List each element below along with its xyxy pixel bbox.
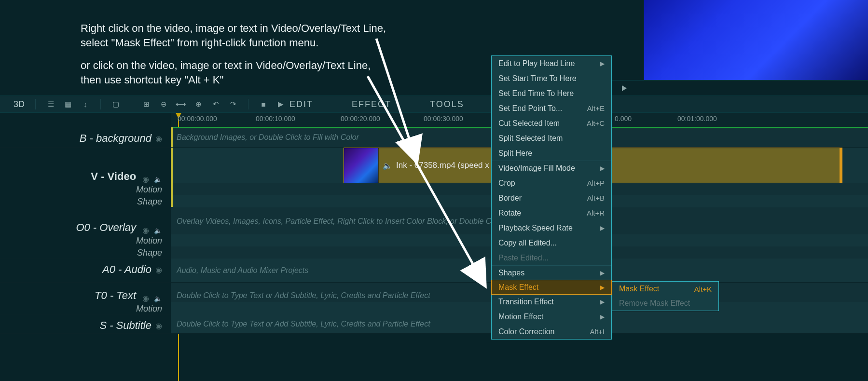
speaker-icon: 🔈 [383,161,392,170]
zoom-out-icon[interactable]: ⊖ [159,100,168,109]
chevron-right-icon: ▶ [600,313,605,320]
menu-item-split-selected-item[interactable]: Split Selected Item [492,131,611,146]
separator [131,99,131,109]
menu-item-motion-effect[interactable]: Motion Effect▶ [492,309,611,324]
menu-item-set-end-point-to-[interactable]: Set End Point To...Alt+E [492,101,611,116]
instruction-line3: or click on the video, image or text in … [81,59,371,71]
clip-thumbnail [344,148,379,183]
play-icon[interactable]: ▶ [276,100,285,109]
track-sub-motion: Motion [136,304,162,314]
menu-item-border[interactable]: BorderAlt+B [492,190,611,205]
track-subtitle[interactable]: S - Subtitle ◉ Double Click to Type Text… [0,314,868,334]
ruler-tick: 00:00:30.000 [424,115,463,122]
track-label-overlay: O0 - Overlay [76,221,136,233]
track-label-subtitle: S - Subtitle [99,319,152,332]
separator [35,99,36,109]
undo-icon[interactable]: ↶ [211,100,220,109]
track-background[interactable]: B - background ◉ Background Images, or D… [0,127,868,148]
chevron-right-icon: ▶ [600,299,605,305]
menu-item-transition-effect[interactable]: Transition Effect▶ [492,294,611,309]
menu-item-mask-effect[interactable]: Mask Effect▶ [491,280,612,295]
speaker-icon[interactable]: 🔈 [154,295,162,302]
track-sub-motion: Motion [136,185,162,195]
eye-icon[interactable]: ◉ [142,175,149,183]
ruler-tick: 00:00:10.000 [256,115,295,122]
menu-item-rotate[interactable]: RotateAlt+R [492,205,611,220]
eye-icon[interactable]: ◉ [142,294,149,302]
menu-item-set-start-time-to-here[interactable]: Set Start Time To Here [492,71,611,86]
clip-resize-handle[interactable] [840,148,842,183]
track-label-text: T0 - Text [95,289,136,301]
redo-icon[interactable]: ↷ [229,100,237,109]
menu-item-cut-selected-item[interactable]: Cut Selected ItemAlt+C [492,116,611,131]
zoom-in-icon[interactable]: ⊕ [194,100,203,109]
chevron-right-icon: ▶ [600,60,605,67]
menu-item-shapes[interactable]: Shapes▶ [492,265,611,280]
track-video[interactable]: V - Video ◉ 🔈 Motion Shape 🔈 Ink - 67358… [0,148,868,207]
chevron-right-icon: ▶ [600,225,605,231]
tab-tools[interactable]: TOOLS [430,99,464,109]
menu-item-split-here[interactable]: Split Here [492,146,611,161]
instruction-line4: then use shortcut key "Alt + K" [81,74,223,86]
preview-play-icon[interactable] [622,85,627,91]
menu-item-edit-to-play-head-line[interactable]: Edit to Play Head Line▶ [492,56,611,71]
tab-effect[interactable]: EFFECT [352,99,391,109]
ruler-tick: 00:01:00.000 [677,115,717,122]
chevron-right-icon: ▶ [600,165,605,172]
video-preview [644,0,868,80]
grid-icon[interactable]: ▦ [64,100,72,109]
menu-item-playback-speed-rate[interactable]: Playback Speed Rate▶ [492,220,611,235]
chevron-right-icon: ▶ [600,270,605,276]
menu-item-set-end-time-to-here[interactable]: Set End Time To Here [492,86,611,101]
track-overlay[interactable]: O0 - Overlay ◉ 🔈 Motion Shape Overlay Vi… [0,207,868,259]
instruction-line1: Right click on the video, image or text … [81,22,386,34]
submenu-item-remove-mask-effect: Remove Mask Effect [612,296,718,311]
3d-button[interactable]: 3D [14,99,25,109]
frame-icon[interactable]: ▢ [111,100,120,109]
menu-item-color-correction[interactable]: Color CorrectionAlt+I [492,324,611,339]
instruction-line2: select "Mask Effect" from right-click fu… [81,37,318,49]
snap-icon[interactable]: ⊞ [142,100,151,109]
track-text[interactable]: T0 - Text ◉ 🔈 Motion Double Click to Typ… [0,283,868,314]
track-audio[interactable]: A0 - Audio ◉ Audio, Music and Audio Mixe… [0,259,868,283]
align-left-icon[interactable]: ☰ [46,100,55,109]
eye-icon[interactable]: ◉ [155,265,162,274]
track-sub-motion: Motion [136,236,162,246]
timeline-tracks: B - background ◉ Background Images, or D… [0,127,868,381]
stop-icon[interactable]: ■ [259,100,268,109]
submenu-mask-effect[interactable]: Mask EffectAlt+KRemove Mask Effect [612,281,719,311]
eye-icon[interactable]: ◉ [155,134,162,143]
instruction-text: Right click on the video, image or text … [81,21,418,96]
track-sub-shape: Shape [137,197,162,207]
ruler-tick: 00:00:20.000 [341,115,380,122]
track-sub-shape: Shape [137,248,162,258]
track-label-background: B - background [80,132,152,145]
speaker-icon[interactable]: 🔈 [154,176,162,183]
fit-icon[interactable]: ⟷ [177,100,185,109]
submenu-item-mask-effect[interactable]: Mask EffectAlt+K [612,282,718,296]
eye-icon[interactable]: ◉ [155,321,162,330]
menu-item-crop[interactable]: CropAlt+P [492,176,611,190]
separator [100,99,101,109]
eye-icon[interactable]: ◉ [142,226,149,234]
timeline-toolbar: 3D ☰ ▦ ↕ ▢ ⊞ ⊖ ⟷ ⊕ ↶ ↷ ■ ▶ EDIT EFFECT T… [0,95,868,113]
chevron-right-icon: ▶ [600,284,605,291]
separator [248,99,248,109]
ruler-tick: 0.000 [615,115,632,122]
menu-item-copy-all-edited-[interactable]: Copy all Edited... [492,235,611,250]
speaker-icon[interactable]: 🔈 [154,227,162,234]
context-menu[interactable]: Edit to Play Head Line▶Set Start Time To… [491,55,612,340]
expand-vert-icon[interactable]: ↕ [81,100,90,109]
tab-edit[interactable]: EDIT [289,99,313,109]
menu-item-video-image-fill-mode[interactable]: Video/Image Fill Mode▶ [492,161,611,176]
menu-item-paste-edited-: Paste Edited... [492,250,611,265]
track-label-audio: A0 - Audio [102,263,152,276]
preview-controls [612,80,868,95]
track-label-video: V - Video [91,170,136,182]
ruler-tick: 00:00:00.000 [178,115,217,122]
